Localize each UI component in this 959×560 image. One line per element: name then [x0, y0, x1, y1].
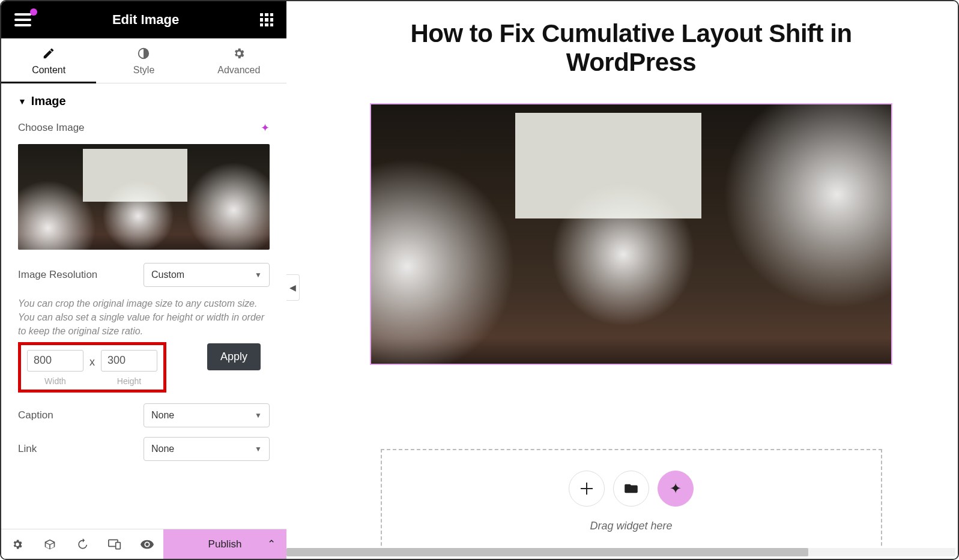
- contrast-icon: [137, 47, 150, 60]
- tab-style-label: Style: [133, 65, 155, 75]
- tab-advanced-label: Advanced: [217, 65, 260, 75]
- apply-button[interactable]: Apply: [207, 343, 261, 370]
- chevron-down-icon: ▼: [255, 445, 262, 453]
- tab-content-label: Content: [32, 65, 65, 75]
- caption-row: Caption None ▼: [18, 403, 270, 427]
- choose-image-label: Choose Image: [18, 122, 85, 134]
- chevron-down-icon: ▼: [255, 411, 262, 420]
- settings-icon[interactable]: [1, 529, 34, 559]
- sparkle-icon: ✦: [670, 480, 682, 497]
- tab-advanced[interactable]: Advanced: [192, 38, 286, 83]
- chevron-up-icon: ⌃: [267, 538, 276, 550]
- chevron-down-icon: ▼: [255, 271, 262, 279]
- dropzone-text: Drag widget here: [382, 520, 881, 532]
- history-icon[interactable]: [66, 529, 98, 559]
- resolution-label: Image Resolution: [18, 269, 97, 281]
- size-row: Width x Height Apply: [18, 342, 270, 393]
- resolution-select[interactable]: Custom ▼: [144, 263, 270, 287]
- caret-down-icon: ▼: [18, 97, 26, 106]
- editor-panel: Edit Image Content Style Advanced ▼ Ima: [1, 1, 286, 559]
- pencil-icon: [42, 47, 55, 60]
- page-title: How to Fix Cumulative Layout Shift in Wo…: [358, 19, 904, 77]
- horizontal-scrollbar[interactable]: [286, 548, 955, 556]
- panel-header: Edit Image: [1, 1, 286, 38]
- content-section: ▼ Image Choose Image ✦ Image Resolution …: [1, 83, 286, 529]
- link-label: Link: [18, 443, 37, 455]
- section-image-header[interactable]: ▼ Image: [18, 94, 270, 108]
- caption-label: Caption: [18, 409, 53, 421]
- preview-canvas: ◀ How to Fix Cumulative Layout Shift in …: [286, 1, 958, 559]
- size-highlight-box: Width x Height: [18, 342, 166, 393]
- panel-title: Edit Image: [31, 12, 260, 28]
- height-input[interactable]: [101, 350, 157, 372]
- height-sublabel: Height: [117, 376, 141, 386]
- panel-footer: Publish ⌃: [1, 529, 286, 559]
- tab-content[interactable]: Content: [1, 38, 96, 83]
- add-widget-button[interactable]: [569, 471, 605, 507]
- tab-style[interactable]: Style: [96, 38, 191, 83]
- hero-image[interactable]: [370, 103, 892, 365]
- publish-button[interactable]: Publish ⌃: [163, 529, 286, 559]
- folder-icon: [625, 483, 638, 494]
- image-thumbnail[interactable]: [18, 144, 270, 250]
- width-sublabel: Width: [44, 376, 66, 386]
- menu-icon[interactable]: [14, 13, 31, 26]
- caption-value: None: [151, 410, 174, 421]
- caption-select[interactable]: None ▼: [144, 403, 270, 427]
- size-separator: x: [89, 356, 95, 379]
- resolution-row: Image Resolution Custom ▼: [18, 263, 270, 287]
- responsive-icon[interactable]: [98, 529, 131, 559]
- section-title: Image: [31, 94, 66, 108]
- publish-label: Publish: [208, 538, 242, 550]
- plus-icon: [581, 483, 593, 495]
- width-input[interactable]: [27, 350, 83, 372]
- ai-sparkle-icon[interactable]: ✦: [261, 121, 270, 134]
- gear-icon: [232, 47, 246, 60]
- folder-button[interactable]: [613, 471, 649, 507]
- choose-image-row: Choose Image ✦: [18, 121, 270, 134]
- collapse-panel-button[interactable]: ◀: [286, 274, 300, 301]
- navigator-icon[interactable]: [34, 529, 66, 559]
- link-value: None: [151, 444, 174, 454]
- widget-dropzone[interactable]: ✦ Drag widget here: [381, 449, 882, 552]
- link-row: Link None ▼: [18, 437, 270, 461]
- widgets-grid-icon[interactable]: [260, 13, 273, 26]
- ai-button[interactable]: ✦: [658, 471, 694, 507]
- svg-rect-2: [116, 542, 121, 549]
- resolution-help-text: You can crop the original image size to …: [18, 297, 270, 339]
- resolution-value: Custom: [151, 269, 184, 280]
- panel-tabs: Content Style Advanced: [1, 38, 286, 83]
- preview-icon[interactable]: [131, 529, 163, 559]
- notification-dot: [30, 8, 37, 16]
- link-select[interactable]: None ▼: [144, 437, 270, 461]
